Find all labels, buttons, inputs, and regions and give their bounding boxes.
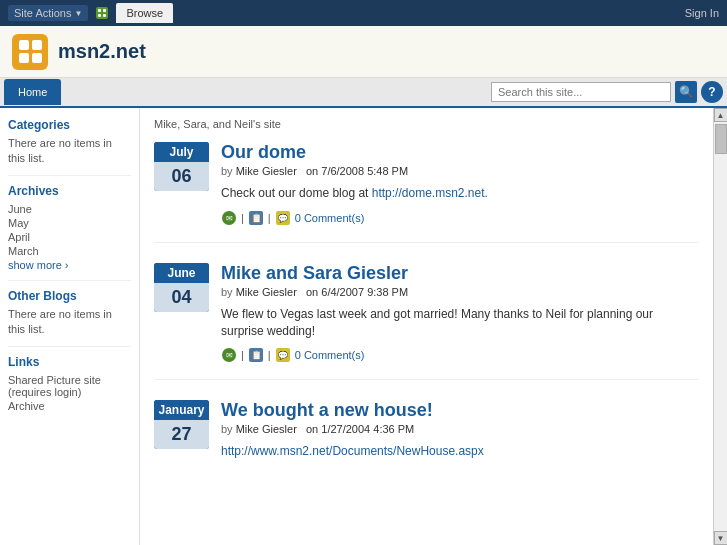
post2-comments[interactable]: 0 Comment(s) bbox=[295, 349, 365, 361]
post1-day: 06 bbox=[154, 162, 209, 191]
post2-day: 04 bbox=[154, 283, 209, 312]
post1-date: on 7/6/2008 5:48 PM bbox=[306, 165, 408, 177]
post2-author: Mike Giesler bbox=[236, 286, 297, 298]
separator4: | bbox=[268, 349, 271, 361]
archive-link[interactable]: Archive bbox=[8, 399, 131, 413]
nav-tabs-row: Home 🔍 ? bbox=[0, 78, 727, 108]
separator3: | bbox=[241, 349, 244, 361]
post1-actions: ✉ | 📋 | 💬 0 Comment(s) bbox=[221, 210, 699, 226]
post1-body-text: Check out our dome blog at bbox=[221, 186, 372, 200]
scrollbar[interactable]: ▲ ▼ bbox=[713, 108, 727, 545]
post1-content: Check out our dome blog at http://dome.m… bbox=[221, 185, 699, 202]
content-area: Mike, Sara, and Neil's site July 06 Our … bbox=[140, 108, 713, 545]
archive-march[interactable]: March bbox=[8, 244, 131, 258]
post3-author: Mike Giesler bbox=[236, 423, 297, 435]
archive-april[interactable]: April bbox=[8, 230, 131, 244]
post3-content: http://www.msn2.net/Documents/NewHouse.a… bbox=[221, 443, 699, 460]
sidebar: Categories There are no items in this li… bbox=[0, 108, 140, 545]
search-area: 🔍 ? bbox=[491, 81, 723, 103]
svg-rect-1 bbox=[98, 9, 101, 12]
post2-body-text: We flew to Vegas last week and got marri… bbox=[221, 307, 653, 338]
site-actions-label: Site Actions bbox=[14, 7, 71, 19]
blog-post-2: June 04 Mike and Sara Giesler by Mike Gi… bbox=[154, 263, 699, 381]
edit-icon-button[interactable] bbox=[94, 5, 110, 21]
date-box-3: January 27 bbox=[154, 400, 209, 468]
site-header: msn2.net bbox=[0, 26, 727, 78]
post2-month: June bbox=[154, 263, 209, 283]
email-icon-2: ✉ bbox=[221, 347, 237, 363]
comment-icon-2: 💬 bbox=[275, 347, 291, 363]
site-title: msn2.net bbox=[58, 40, 146, 63]
scroll-up-arrow[interactable]: ▲ bbox=[714, 108, 728, 122]
post1-comments[interactable]: 0 Comment(s) bbox=[295, 212, 365, 224]
shared-picture-link[interactable]: Shared Picture site (requires login) bbox=[8, 373, 131, 399]
archive-june[interactable]: June bbox=[8, 202, 131, 216]
help-icon: ? bbox=[708, 85, 715, 99]
archives-title: Archives bbox=[8, 184, 131, 198]
post1-month: July bbox=[154, 142, 209, 162]
post1-link[interactable]: http://dome.msn2.net. bbox=[372, 186, 488, 200]
site-logo bbox=[12, 34, 48, 70]
edit-icon bbox=[94, 5, 110, 21]
top-bar-left: Site Actions ▼ Browse bbox=[8, 3, 173, 23]
bookmark-icon-2: 📋 bbox=[248, 347, 264, 363]
svg-text:✉: ✉ bbox=[226, 351, 233, 360]
blog-post-3: January 27 We bought a new house! by Mik… bbox=[154, 400, 699, 484]
scroll-down-arrow[interactable]: ▼ bbox=[714, 531, 728, 545]
svg-rect-2 bbox=[103, 9, 106, 12]
post2-title[interactable]: Mike and Sara Giesler bbox=[221, 263, 699, 284]
post3-date: on 1/27/2004 4:36 PM bbox=[306, 423, 414, 435]
email-icon: ✉ bbox=[221, 210, 237, 226]
sign-in-link[interactable]: Sign In bbox=[685, 7, 719, 19]
post3-title[interactable]: We bought a new house! bbox=[221, 400, 699, 421]
svg-text:✉: ✉ bbox=[226, 214, 233, 223]
post3-link[interactable]: http://www.msn2.net/Documents/NewHouse.a… bbox=[221, 444, 484, 458]
post1-author: Mike Giesler bbox=[236, 165, 297, 177]
post3-day: 27 bbox=[154, 420, 209, 449]
site-actions-arrow-icon: ▼ bbox=[74, 9, 82, 18]
post2-content: We flew to Vegas last week and got marri… bbox=[221, 306, 699, 340]
post2-date: on 6/4/2007 9:38 PM bbox=[306, 286, 408, 298]
scroll-thumb[interactable] bbox=[715, 124, 727, 154]
post3-month: January bbox=[154, 400, 209, 420]
sidebar-divider-1 bbox=[8, 175, 131, 176]
links-title: Links bbox=[8, 355, 131, 369]
svg-text:📋: 📋 bbox=[250, 212, 262, 224]
post2-body: Mike and Sara Giesler by Mike Giesler on… bbox=[221, 263, 699, 364]
svg-rect-4 bbox=[103, 14, 106, 17]
other-blogs-note: There are no items in this list. bbox=[8, 307, 131, 338]
post2-actions: ✉ | 📋 | 💬 0 Comment(s) bbox=[221, 347, 699, 363]
main-layout: Categories There are no items in this li… bbox=[0, 108, 727, 545]
post1-title[interactable]: Our dome bbox=[221, 142, 699, 163]
post1-body: Our dome by Mike Giesler on 7/6/2008 5:4… bbox=[221, 142, 699, 226]
date-box-2: June 04 bbox=[154, 263, 209, 364]
svg-rect-3 bbox=[98, 14, 101, 17]
search-icon: 🔍 bbox=[679, 85, 694, 99]
post3-body: We bought a new house! by Mike Giesler o… bbox=[221, 400, 699, 468]
show-more-link[interactable]: show more › bbox=[8, 259, 69, 271]
search-input[interactable] bbox=[491, 82, 671, 102]
home-tab[interactable]: Home bbox=[4, 79, 61, 105]
svg-text:📋: 📋 bbox=[250, 349, 262, 361]
svg-rect-0 bbox=[96, 7, 108, 19]
site-actions-button[interactable]: Site Actions ▼ bbox=[8, 5, 88, 21]
site-subtitle: Mike, Sara, and Neil's site bbox=[154, 118, 699, 130]
categories-title: Categories bbox=[8, 118, 131, 132]
categories-note: There are no items in this list. bbox=[8, 136, 131, 167]
separator1: | bbox=[241, 212, 244, 224]
other-blogs-title: Other Blogs bbox=[8, 289, 131, 303]
sidebar-divider-3 bbox=[8, 346, 131, 347]
sidebar-divider-2 bbox=[8, 280, 131, 281]
post1-meta: by Mike Giesler on 7/6/2008 5:48 PM bbox=[221, 165, 699, 177]
blog-post-1: July 06 Our dome by Mike Giesler on 7/6/… bbox=[154, 142, 699, 243]
comment-icon: 💬 bbox=[275, 210, 291, 226]
search-button[interactable]: 🔍 bbox=[675, 81, 697, 103]
browse-tab[interactable]: Browse bbox=[116, 3, 173, 23]
post2-meta: by Mike Giesler on 6/4/2007 9:38 PM bbox=[221, 286, 699, 298]
svg-text:💬: 💬 bbox=[278, 350, 288, 360]
archive-may[interactable]: May bbox=[8, 216, 131, 230]
bookmark-icon: 📋 bbox=[248, 210, 264, 226]
post3-meta: by Mike Giesler on 1/27/2004 4:36 PM bbox=[221, 423, 699, 435]
separator2: | bbox=[268, 212, 271, 224]
help-button[interactable]: ? bbox=[701, 81, 723, 103]
